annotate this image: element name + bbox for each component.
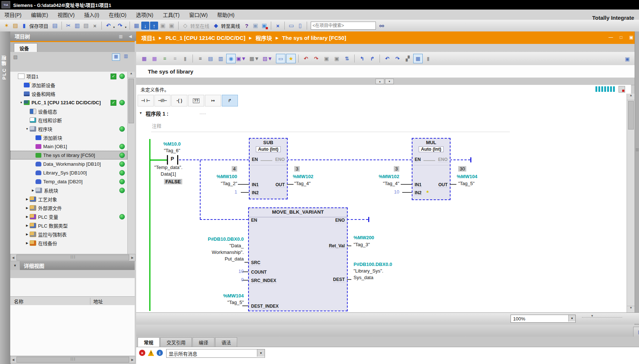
previous-error-icon[interactable]: ↶ <box>301 54 311 63</box>
auto-indent-icon[interactable]: ≡ <box>160 54 169 63</box>
mul-in1-pin[interactable]: IN1 <box>414 182 422 188</box>
menu-item-1[interactable]: 编辑(E) <box>31 11 48 18</box>
insert-network-icon[interactable]: ▦ <box>139 54 149 63</box>
split-vertical-icon[interactable]: ▯ <box>296 22 304 30</box>
tree-item--[interactable]: ▶系统块 <box>10 186 127 195</box>
tree-collapse-icon[interactable]: ◀ <box>127 33 133 39</box>
free-form-comment-icon[interactable]: ▞ <box>403 54 412 63</box>
tree-item--[interactable]: 添加新块 <box>10 133 127 142</box>
zoom-ruler-marker[interactable]: ▼ <box>591 314 594 318</box>
expand-interface-up-icon[interactable]: ▲ <box>375 79 384 84</box>
lad-open-branch-button[interactable]: ↦ <box>205 95 221 106</box>
tree-expander-icon[interactable]: ▶ <box>31 189 35 192</box>
download-to-device-icon[interactable]: ↓ <box>141 22 149 30</box>
sub-out-pin[interactable]: OUT <box>275 182 285 188</box>
move-blk-variant-block[interactable]: MOVE_BLK_VARIANT EN ENO SRC COUNT SRC_IN… <box>248 207 348 311</box>
go-offline-icon[interactable]: ◆ <box>212 22 220 30</box>
lad-no-contact-button[interactable]: ⊣ ⊢ <box>138 95 154 106</box>
contact-tag[interactable]: "Tag_6" <box>154 148 190 153</box>
move-dest-pointer[interactable]: P#DB100.DBX0.0 <box>354 262 392 267</box>
restore-icon[interactable]: □ <box>617 34 625 41</box>
tree-item--[interactable]: ▶外部源文件 <box>10 203 127 212</box>
errors-icon[interactable]: × <box>139 350 145 356</box>
compile-icon[interactable]: ▦ <box>132 22 141 30</box>
move-ret-val-pin[interactable]: Ret_Val <box>329 243 345 249</box>
tree-item--1[interactable]: 项目1✓ <box>10 72 127 80</box>
consistency-check-icon[interactable]: ▣ <box>332 54 341 63</box>
split-horizontal-icon[interactable]: ▭ <box>287 22 295 30</box>
sub-out-tag[interactable]: "Tag_4" <box>294 181 311 186</box>
copy-icon[interactable]: ▥ <box>73 22 81 30</box>
move-dest-index-address[interactable]: %MW104 <box>176 293 244 299</box>
mul-block-mode[interactable]: Auto (Int) <box>412 146 450 152</box>
breadcrumb-item-3[interactable]: The sys of library [FC50] <box>282 35 346 41</box>
tree-item--[interactable]: ▶工艺对象 <box>10 195 127 203</box>
jump-next-icon[interactable]: ↱ <box>367 54 377 63</box>
undo-icon[interactable]: ↶▼ <box>104 22 112 30</box>
go-to-prev-icon[interactable]: ↶ <box>382 54 392 63</box>
sub-eno-pin[interactable]: ENO <box>275 157 285 162</box>
mul-out-tag[interactable]: "Tag_5" <box>458 181 475 186</box>
cut-icon[interactable]: ✂ <box>64 22 72 30</box>
search-project-icon[interactable]: oo <box>378 22 386 30</box>
subtab-交叉引用[interactable]: 交叉引用 <box>160 337 192 347</box>
detail-view-chevron-icon[interactable]: ▼ <box>10 261 20 270</box>
go-online-icon[interactable]: ◇ <box>181 22 189 30</box>
sub-in1-pin[interactable]: IN1 <box>251 182 259 188</box>
save-project-icon[interactable]: ▮ <box>20 22 28 30</box>
lad-nc-contact-button[interactable]: ⊣/⊢ <box>154 95 171 106</box>
panel-grip-icon[interactable] <box>635 149 639 151</box>
contact-address[interactable]: %M10.0 <box>154 141 190 147</box>
start-simulation-icon[interactable]: ▣ <box>251 22 259 30</box>
sub-en-pin[interactable]: EN <box>251 157 258 162</box>
search-input[interactable] <box>311 22 376 30</box>
zoom-ruler[interactable] <box>582 317 622 318</box>
message-filter-select[interactable]: 显示所有消息 ▼ <box>166 349 265 358</box>
stop-runtime-icon[interactable]: ▣ <box>260 22 268 30</box>
redo-icon[interactable]: ↷▼ <box>116 22 124 30</box>
manual-indent-icon[interactable]: ≡ <box>170 54 180 63</box>
contact-operand-line2[interactable]: Data[1] <box>145 171 192 177</box>
move-eno-pin[interactable]: ENO <box>335 218 345 223</box>
tree-horizontal-scrollbar[interactable]: ◀ | | | ▶ <box>10 254 135 261</box>
tree-item-data_workmanship-db10-[interactable]: Data_Workmanship [DB10] <box>10 160 127 168</box>
tree-item--[interactable]: 设备组态 <box>10 107 127 116</box>
insert-box-icon[interactable]: ▣▼ <box>236 54 246 63</box>
subtab-语法[interactable]: 语法 <box>215 337 237 347</box>
minimize-icon[interactable]: — <box>607 34 615 41</box>
menu-item-3[interactable]: 插入(I) <box>84 11 99 18</box>
message-filter-dropdown-icon[interactable]: ▼ <box>257 349 265 357</box>
menu-item-2[interactable]: 视图(V) <box>57 11 75 18</box>
tree-expander-icon[interactable]: ▼ <box>25 127 29 131</box>
tree-item--[interactable]: ▼程序块 <box>10 124 127 133</box>
tree-item-plc_1-cpu-1214c-dc-dc-dc-[interactable]: ▼PLC_1 [CPU 1214C DC/DC/DC]✓ <box>10 98 127 107</box>
menu-item-4[interactable]: 在线(O) <box>109 11 126 18</box>
mul-in2-constant[interactable]: 10 <box>360 189 399 195</box>
mul-insert-input-star-icon[interactable]: * <box>426 189 429 197</box>
move-ret-val-tag[interactable]: "Tag_3" <box>354 242 370 247</box>
insert-comparator-icon[interactable]: ▩▼ <box>250 54 259 63</box>
subtab-常规[interactable]: 常规 <box>138 337 160 347</box>
move-count-constant[interactable]: 10 <box>176 269 244 274</box>
move-dest-pin[interactable]: DEST <box>333 277 345 282</box>
breadcrumb-item-2[interactable]: 程序块 <box>255 34 272 42</box>
network-collapse-icon[interactable]: ▼ <box>139 111 142 115</box>
move-src-pin[interactable]: SRC <box>251 260 261 266</box>
sub-block-mode[interactable]: Auto (Int) <box>250 146 287 152</box>
delete-network-icon[interactable]: ▦ <box>150 54 159 63</box>
move-src-index-pin[interactable]: SRC_INDEX <box>251 278 277 284</box>
tree-item-library_sys-db100-[interactable]: Library_Sys [DB100] <box>10 168 127 177</box>
sub-block[interactable]: SUB Auto (Int) EN ENO IN1 OUT IN2 <box>249 138 288 199</box>
warnings-icon[interactable]: ! <box>148 350 154 356</box>
mul-in1-tag[interactable]: "Tag_4" <box>360 181 399 186</box>
tree-item--[interactable]: ▶监控与强制表 <box>10 230 127 239</box>
delete-icon[interactable]: × <box>91 22 99 30</box>
mul-out-address[interactable]: %MW104 <box>457 174 477 179</box>
right-slide-panel-strip[interactable] <box>635 31 639 325</box>
task-card-plc-programming[interactable]: PLC 编程 <box>1 55 10 80</box>
detach-editor-icon[interactable]: ▣ <box>623 54 632 64</box>
move-src-index-constant[interactable]: 0 <box>176 277 244 282</box>
mul-in2-pin[interactable]: IN2 <box>414 190 422 196</box>
network-title[interactable]: 程序段 1 : <box>146 110 168 117</box>
tab-properties[interactable]: ▤属性 <box>633 327 639 337</box>
